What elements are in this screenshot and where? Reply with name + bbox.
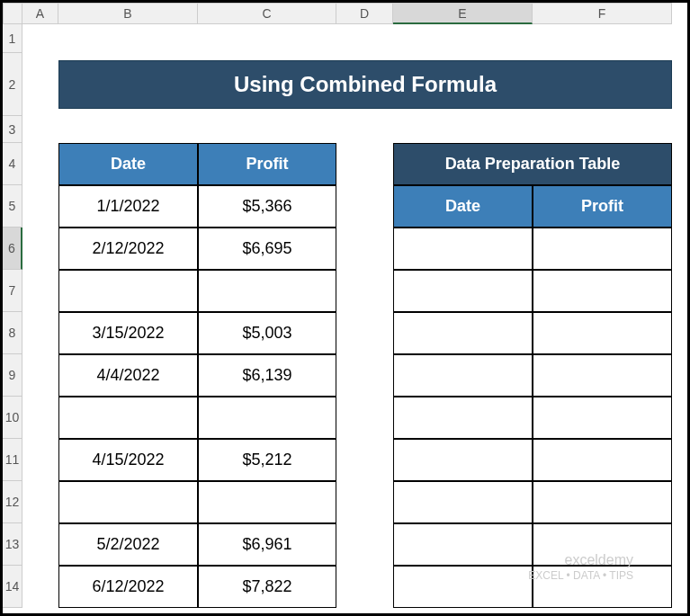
- cell-A11[interactable]: [22, 439, 58, 481]
- table2-date-2[interactable]: [393, 312, 533, 354]
- table1-profit-6[interactable]: $5,212: [198, 439, 336, 481]
- row-header-6[interactable]: 6: [3, 228, 22, 270]
- table1-date-3[interactable]: 3/15/2022: [58, 312, 198, 354]
- row-header-8[interactable]: 8: [3, 312, 22, 354]
- row-header-5[interactable]: 5: [3, 185, 22, 228]
- row-header-4[interactable]: 4: [3, 143, 22, 185]
- table1-profit-1[interactable]: $6,695: [198, 228, 336, 270]
- table2-date-0[interactable]: [393, 228, 533, 270]
- table1-profit-0[interactable]: $5,366: [198, 185, 336, 228]
- cell-A4[interactable]: [22, 143, 58, 185]
- table2-profit-0[interactable]: [533, 228, 672, 270]
- table1-date-0[interactable]: 1/1/2022: [58, 185, 198, 228]
- cell-D10[interactable]: [336, 397, 393, 439]
- cell-A2[interactable]: [22, 53, 58, 116]
- table1-date-1[interactable]: 2/12/2022: [58, 228, 198, 270]
- table2-profit-6[interactable]: [533, 481, 672, 523]
- table2-header-profit[interactable]: Profit: [533, 185, 672, 228]
- table1-date-4[interactable]: 4/4/2022: [58, 354, 198, 397]
- cell-A14[interactable]: [22, 566, 58, 608]
- table2-date-7[interactable]: [393, 523, 533, 566]
- table2-header-date[interactable]: Date: [393, 185, 533, 228]
- cell-D11[interactable]: [336, 439, 393, 481]
- table1-header-date[interactable]: Date: [58, 143, 198, 185]
- row-header-13[interactable]: 13: [3, 523, 22, 566]
- title-banner: Using Combined Formula: [58, 60, 672, 109]
- cell-row1[interactable]: [22, 24, 672, 53]
- cell-A8[interactable]: [22, 312, 58, 354]
- cell-A13[interactable]: [22, 523, 58, 566]
- cell-A5[interactable]: [22, 185, 58, 228]
- table1-profit-3[interactable]: $5,003: [198, 312, 336, 354]
- col-header-A[interactable]: A: [22, 3, 58, 24]
- cell-D6[interactable]: [336, 228, 393, 270]
- table1-date-8[interactable]: 5/2/2022: [58, 523, 198, 566]
- watermark: exceldemy EXCEL • DATA • TIPS: [528, 551, 633, 582]
- select-all-corner[interactable]: [3, 3, 22, 24]
- table1-profit-8[interactable]: $6,961: [198, 523, 336, 566]
- col-header-D[interactable]: D: [336, 3, 393, 24]
- table2-date-5[interactable]: [393, 439, 533, 481]
- cell-D5[interactable]: [336, 185, 393, 228]
- row-header-11[interactable]: 11: [3, 439, 22, 481]
- table1-profit-7[interactable]: [198, 481, 336, 523]
- row-header-9[interactable]: 9: [3, 354, 22, 397]
- watermark-line1: exceldemy: [528, 551, 633, 568]
- cell-A12[interactable]: [22, 481, 58, 523]
- cell-A7[interactable]: [22, 270, 58, 312]
- watermark-line2: EXCEL • DATA • TIPS: [528, 569, 633, 582]
- table1-profit-4[interactable]: $6,139: [198, 354, 336, 397]
- table1-date-9[interactable]: 6/12/2022: [58, 566, 198, 608]
- row-header-2[interactable]: 2: [3, 53, 22, 116]
- col-header-C[interactable]: C: [198, 3, 336, 24]
- cell-D7[interactable]: [336, 270, 393, 312]
- table2-date-3[interactable]: [393, 354, 533, 397]
- spreadsheet-grid: A B C D E F 1 2 Using Combined Formula 3…: [3, 3, 687, 608]
- table2-profit-5[interactable]: [533, 439, 672, 481]
- table2-profit-2[interactable]: [533, 312, 672, 354]
- cell-A9[interactable]: [22, 354, 58, 397]
- cell-row3[interactable]: [22, 116, 672, 143]
- table1-profit-5[interactable]: [198, 397, 336, 439]
- cell-D8[interactable]: [336, 312, 393, 354]
- table2-date-4[interactable]: [393, 397, 533, 439]
- table2-date-1[interactable]: [393, 270, 533, 312]
- cell-D4[interactable]: [336, 143, 393, 185]
- table1-header-profit[interactable]: Profit: [198, 143, 336, 185]
- cell-A10[interactable]: [22, 397, 58, 439]
- cell-D9[interactable]: [336, 354, 393, 397]
- cell-D12[interactable]: [336, 481, 393, 523]
- table1-date-7[interactable]: [58, 481, 198, 523]
- col-header-B[interactable]: B: [58, 3, 198, 24]
- row-header-3[interactable]: 3: [3, 116, 22, 143]
- row-header-7[interactable]: 7: [3, 270, 22, 312]
- cell-D14[interactable]: [336, 566, 393, 608]
- row-header-10[interactable]: 10: [3, 397, 22, 439]
- table2-profit-3[interactable]: [533, 354, 672, 397]
- table1-date-6[interactable]: 4/15/2022: [58, 439, 198, 481]
- row-header-14[interactable]: 14: [3, 566, 22, 608]
- table1-profit-2[interactable]: [198, 270, 336, 312]
- table2-profit-4[interactable]: [533, 397, 672, 439]
- table2-date-8[interactable]: [393, 566, 533, 608]
- row-header-12[interactable]: 12: [3, 481, 22, 523]
- col-header-F[interactable]: F: [533, 3, 672, 24]
- table2-title[interactable]: Data Preparation Table: [393, 143, 672, 185]
- cell-D13[interactable]: [336, 523, 393, 566]
- table2-profit-1[interactable]: [533, 270, 672, 312]
- table1-profit-9[interactable]: $7,822: [198, 566, 336, 608]
- table1-date-2[interactable]: [58, 270, 198, 312]
- row-header-1[interactable]: 1: [3, 24, 22, 53]
- cell-A6[interactable]: [22, 228, 58, 270]
- table1-date-5[interactable]: [58, 397, 198, 439]
- table2-date-6[interactable]: [393, 481, 533, 523]
- col-header-E[interactable]: E: [393, 3, 533, 24]
